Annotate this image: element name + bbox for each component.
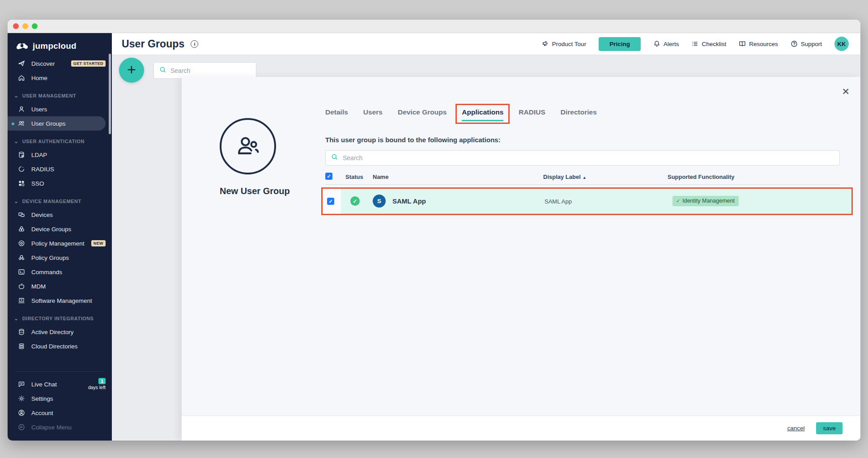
sidebar-item-active-directory[interactable]: Active Directory <box>8 325 112 339</box>
column-header-supported-functionality[interactable]: Supported Functionality <box>668 174 735 180</box>
days-left-label: days left <box>88 385 106 390</box>
sidebar-item-label: Home <box>31 75 47 81</box>
sidebar-item-devices[interactable]: Devices <box>8 208 112 222</box>
sidebar-scrollbar-thumb[interactable] <box>109 54 111 134</box>
applications-search-input[interactable] <box>343 154 790 161</box>
tab-details[interactable]: Details <box>325 108 348 120</box>
table-header-divider <box>325 184 840 185</box>
support-button[interactable]: Support <box>791 40 822 47</box>
cloud-directories-icon <box>17 343 26 350</box>
add-user-group-button[interactable]: + <box>119 58 144 83</box>
sidebar-item-label: MDM <box>31 283 46 290</box>
resources-button[interactable]: Resources <box>739 40 778 47</box>
jumpcloud-cloud-icon <box>16 42 29 51</box>
search-icon <box>331 153 338 162</box>
sso-grid-icon <box>17 180 26 187</box>
search-input[interactable] <box>170 67 238 74</box>
sidebar-item-policy-groups[interactable]: Policy Groups <box>8 250 112 265</box>
active-indicator-dot <box>12 123 14 125</box>
close-window-button[interactable] <box>13 23 19 29</box>
tab-applications[interactable]: Applications <box>462 108 503 121</box>
page-header: User Groups i Product Tour Pricing <box>112 33 860 55</box>
column-header-status[interactable]: Status <box>345 174 363 180</box>
info-icon[interactable]: i <box>191 40 198 48</box>
app-window: jumpcloud Discover GET STARTED Home ⌄ US… <box>8 20 860 441</box>
applications-search[interactable] <box>325 150 840 165</box>
sidebar-item-policy-management[interactable]: Policy Management NEW <box>8 236 112 250</box>
sidebar-item-label: Discover <box>31 60 55 67</box>
column-header-name[interactable]: Name <box>373 174 388 180</box>
cancel-button[interactable]: cancel <box>787 425 804 432</box>
checklist-button[interactable]: Checklist <box>691 40 726 47</box>
user-groups-search[interactable] <box>153 62 256 79</box>
sidebar-item-label: Cloud Directories <box>31 343 78 350</box>
book-icon <box>739 40 746 47</box>
device-groups-icon <box>17 225 26 233</box>
select-all-checkbox[interactable]: ✓ <box>325 173 332 180</box>
sidebar-item-label: Settings <box>31 395 53 402</box>
active-directory-icon <box>17 328 26 335</box>
tab-device-groups[interactable]: Device Groups <box>398 108 447 120</box>
sidebar-item-label: Commands <box>31 269 62 276</box>
product-tour-button[interactable]: Product Tour <box>542 40 586 47</box>
sidebar-item-software-management[interactable]: Software Management <box>8 293 112 308</box>
alerts-button[interactable]: Alerts <box>653 40 679 47</box>
sidebar-item-users[interactable]: Users <box>8 102 112 116</box>
chevron-down-icon: ⌄ <box>14 93 19 98</box>
minimize-window-button[interactable] <box>22 23 28 29</box>
sidebar-item-label: Collapse Menu <box>31 424 72 431</box>
check-icon: ✓ <box>676 198 680 204</box>
sort-asc-icon: ▲ <box>583 175 587 180</box>
sidebar-item-sso[interactable]: SSO <box>8 176 112 191</box>
save-button[interactable]: save <box>816 422 842 434</box>
sidebar-item-cloud-directories[interactable]: Cloud Directories <box>8 339 112 353</box>
sidebar-item-user-groups[interactable]: User Groups <box>8 116 106 131</box>
gear-icon <box>17 395 26 402</box>
sidebar-item-commands[interactable]: Commands <box>8 265 112 279</box>
sidebar-item-settings[interactable]: Settings <box>8 391 112 406</box>
plus-icon: + <box>127 61 136 78</box>
terminal-icon <box>17 268 26 276</box>
sidebar-item-device-groups[interactable]: Device Groups <box>8 222 112 236</box>
column-header-display-label[interactable]: Display Label▲ <box>543 174 587 180</box>
sidebar-item-label: Policy Management <box>31 240 85 247</box>
sidebar-item-radius[interactable]: RADIUS <box>8 162 112 176</box>
table-row[interactable]: ✓ ✓ S SAML App SAML App ✓ Identity Manag… <box>321 187 853 215</box>
sidebar-item-label: Policy Groups <box>31 254 69 261</box>
sidebar-item-collapse-menu[interactable]: Collapse Menu <box>8 420 112 434</box>
table-header: ✓ Status Name Display Label▲ Supported F… <box>325 173 840 183</box>
window-titlebar <box>8 20 860 33</box>
logo-text: jumpcloud <box>33 41 77 51</box>
sidebar-item-discover[interactable]: Discover GET STARTED <box>8 56 112 71</box>
user-avatar[interactable]: KK <box>834 37 849 51</box>
sidebar-item-mdm[interactable]: MDM <box>8 279 112 293</box>
sidebar-item-label: Devices <box>31 212 53 218</box>
section-directory-integrations[interactable]: ⌄ DIRECTORY INTEGRATIONS <box>8 312 112 325</box>
user-group-icon <box>17 120 26 127</box>
check-icon: ✓ <box>327 174 331 179</box>
chat-bubble-icon <box>17 381 26 388</box>
tab-radius[interactable]: RADIUS <box>519 108 545 120</box>
zoom-window-button[interactable] <box>32 23 38 29</box>
sidebar-item-label: Users <box>31 106 47 113</box>
chevron-down-icon: ⌄ <box>14 139 19 144</box>
days-left-count-badge: 1 <box>98 378 106 384</box>
sidebar-item-live-chat[interactable]: Live Chat 1 days left <box>8 377 112 391</box>
group-avatar-icon <box>233 131 263 161</box>
section-device-management[interactable]: ⌄ DEVICE MANAGEMENT <box>8 195 112 208</box>
section-user-authentication[interactable]: ⌄ USER AUTHENTICATION <box>8 135 112 148</box>
row-checkbox[interactable]: ✓ <box>327 198 334 205</box>
tab-directories[interactable]: Directories <box>561 108 597 120</box>
tab-users[interactable]: Users <box>363 108 383 120</box>
collapse-arrow-icon <box>17 424 26 431</box>
pricing-button[interactable]: Pricing <box>599 37 641 51</box>
sidebar-item-label: Live Chat <box>31 381 57 388</box>
sidebar-item-account[interactable]: Account <box>8 406 112 420</box>
group-avatar <box>220 118 276 174</box>
close-icon[interactable]: ✕ <box>842 87 850 96</box>
sidebar-item-home[interactable]: Home <box>8 71 112 85</box>
sidebar-item-ldap[interactable]: LDAP <box>8 148 112 162</box>
tab-bar: Details Users Device Groups Applications… <box>325 108 597 121</box>
jumpcloud-logo[interactable]: jumpcloud <box>8 38 112 56</box>
section-user-management[interactable]: ⌄ USER MANAGEMENT <box>8 89 112 102</box>
